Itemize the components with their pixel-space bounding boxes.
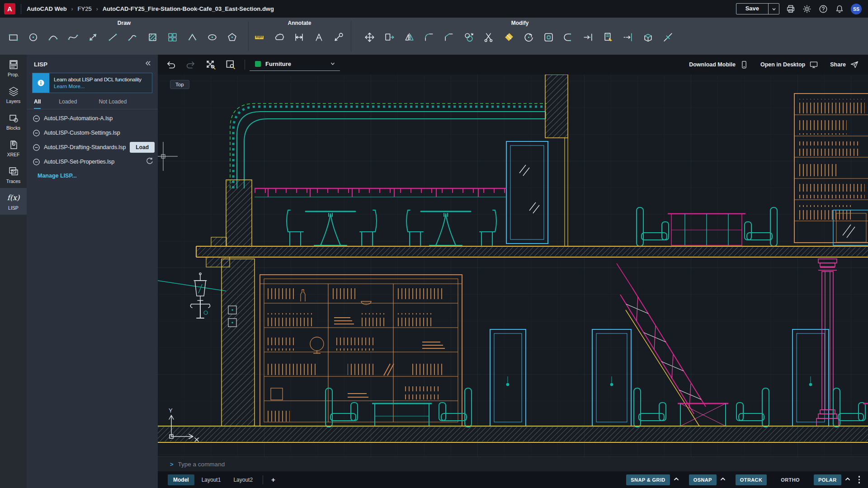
redo-icon[interactable]	[184, 58, 198, 71]
snap-grid-chevron-icon[interactable]	[673, 476, 679, 484]
avatar[interactable]: SS	[851, 4, 862, 14]
undo-icon[interactable]	[164, 58, 178, 71]
layer-dropdown[interactable]: Furniture	[250, 59, 340, 71]
chevron-down-icon	[330, 61, 335, 66]
save-button[interactable]: Save	[736, 4, 768, 14]
stretch-icon[interactable]	[382, 29, 397, 45]
tab-loaded[interactable]: Loaded	[59, 96, 77, 109]
layer-color-swatch	[255, 61, 261, 67]
move-icon[interactable]	[362, 29, 377, 45]
spline-icon[interactable]	[65, 29, 81, 45]
measure-ruler-icon[interactable]	[251, 29, 267, 45]
polyline-icon[interactable]	[125, 29, 141, 45]
help-icon[interactable]	[818, 4, 828, 14]
zoom-extents-icon[interactable]	[204, 58, 217, 71]
text-icon[interactable]	[311, 29, 327, 45]
print-icon[interactable]	[786, 4, 796, 14]
aligned-dimension-icon[interactable]	[85, 29, 101, 45]
hatch-icon[interactable]	[145, 29, 160, 45]
lisp-file-name: AutoLISP-Custom-Settings.lsp	[44, 130, 120, 136]
point-icon[interactable]	[184, 29, 200, 45]
lisp-panel: LISP Learn about LISP and DCL functional…	[27, 55, 158, 488]
lisp-file-name: AutoLISP-Set-Properties.lsp	[44, 159, 114, 165]
notifications-icon[interactable]	[835, 4, 844, 14]
sidebar-item-layers[interactable]: Layers	[0, 81, 27, 108]
autocad-logo[interactable]: A	[4, 3, 15, 14]
manage-lisp-link[interactable]: Manage LISP...	[27, 169, 158, 179]
save-dropdown-button[interactable]	[768, 4, 779, 14]
trim-icon[interactable]	[481, 29, 497, 45]
collapse-panel-icon[interactable]	[144, 60, 151, 68]
offset-icon[interactable]	[541, 29, 557, 45]
tab-all[interactable]: All	[34, 96, 41, 109]
sidebar-item-blocks[interactable]: Blocks	[0, 108, 27, 135]
traces-icon	[8, 166, 19, 177]
cad-drawing[interactable]: Y	[158, 55, 868, 456]
panel-title: LISP	[34, 61, 47, 68]
snap-grid-toggle[interactable]: SNAP & GRID	[626, 474, 670, 485]
tab-model[interactable]: Model	[168, 474, 194, 485]
rotate-icon[interactable]	[521, 29, 537, 45]
explode-icon[interactable]	[640, 29, 656, 45]
add-layout-button[interactable]: +	[268, 476, 279, 483]
otrack-toggle[interactable]: OTRACK	[736, 474, 767, 485]
list-item[interactable]: AutoLISP-Set-Properties.lsp	[27, 155, 158, 169]
settings-icon[interactable]	[802, 4, 812, 14]
osnap-toggle[interactable]: OSNAP	[689, 474, 717, 485]
polar-chevron-icon[interactable]	[844, 476, 851, 484]
ortho-toggle[interactable]: ORTHO	[776, 474, 804, 485]
polar-toggle[interactable]: POLAR	[814, 474, 841, 485]
list-item[interactable]: AutoLISP-Custom-Settings.lsp	[27, 126, 158, 140]
tab-layout1[interactable]: Layout1	[196, 474, 226, 485]
revision-cloud-icon[interactable]	[271, 29, 287, 45]
ribbon-group-annotate: Annotate	[249, 18, 350, 55]
tab-not-loaded[interactable]: Not Loaded	[99, 96, 127, 109]
chevron-right-icon: ›	[71, 6, 73, 12]
layers-icon	[8, 86, 19, 97]
command-input[interactable]	[178, 461, 449, 468]
breadcrumb-home[interactable]: AutoCAD Web	[27, 5, 67, 12]
link-label: Open in Desktop	[760, 61, 805, 68]
breadcrumb-folder[interactable]: FY25	[78, 5, 92, 12]
extend-icon[interactable]	[620, 29, 636, 45]
polygon-icon[interactable]	[224, 29, 240, 45]
refresh-icon[interactable]	[146, 157, 153, 166]
circle-icon[interactable]	[25, 29, 41, 45]
sidebar-item-traces[interactable]: Traces	[0, 161, 27, 188]
tab-layout2[interactable]: Layout2	[228, 474, 258, 485]
match-properties-icon[interactable]	[600, 29, 616, 45]
lisp-file-list: AutoLISP-Automation-A.lsp AutoLISP-Custo…	[27, 109, 158, 169]
view-orientation-button[interactable]: Top	[170, 80, 189, 89]
sidebar-item-properties[interactable]: Prop.	[0, 55, 27, 81]
share-link[interactable]: Share	[830, 60, 859, 69]
copy-icon[interactable]	[461, 29, 477, 45]
zoom-window-icon[interactable]	[224, 58, 237, 71]
line-icon[interactable]	[105, 29, 121, 45]
join-icon[interactable]	[561, 29, 576, 45]
ribbon-group-label: Draw	[0, 18, 248, 26]
fillet-icon[interactable]	[421, 29, 437, 45]
divider	[21, 4, 21, 14]
break-icon[interactable]	[660, 29, 676, 45]
list-item[interactable]: AutoLISP-Automation-A.lsp	[27, 111, 158, 126]
erase-icon[interactable]	[501, 29, 517, 45]
ellipse-icon[interactable]	[204, 29, 220, 45]
leader-icon[interactable]	[331, 29, 347, 45]
more-options-icon[interactable]	[854, 476, 863, 483]
lengthen-icon[interactable]	[580, 29, 596, 45]
sidebar-item-xref[interactable]: XREF	[0, 135, 27, 161]
download-mobile-link[interactable]: Download Mobile	[689, 60, 749, 69]
learn-more-link[interactable]: Learn More...	[54, 84, 142, 89]
minus-circle-icon	[33, 115, 40, 122]
osnap-chevron-icon[interactable]	[720, 476, 726, 484]
arc-icon[interactable]	[45, 29, 61, 45]
linear-dimension-icon[interactable]	[291, 29, 307, 45]
sidebar-item-lisp[interactable]: f(x) LISP	[0, 188, 27, 215]
insert-block-icon[interactable]	[165, 29, 180, 45]
load-button[interactable]: Load	[130, 142, 155, 153]
chamfer-icon[interactable]	[441, 29, 457, 45]
rectangle-icon[interactable]	[5, 29, 21, 45]
mirror-icon[interactable]	[401, 29, 417, 45]
list-item[interactable]: AutoLISP-Drafting-Standards.lsp Load	[27, 140, 158, 155]
open-in-desktop-link[interactable]: Open in Desktop	[760, 60, 818, 69]
